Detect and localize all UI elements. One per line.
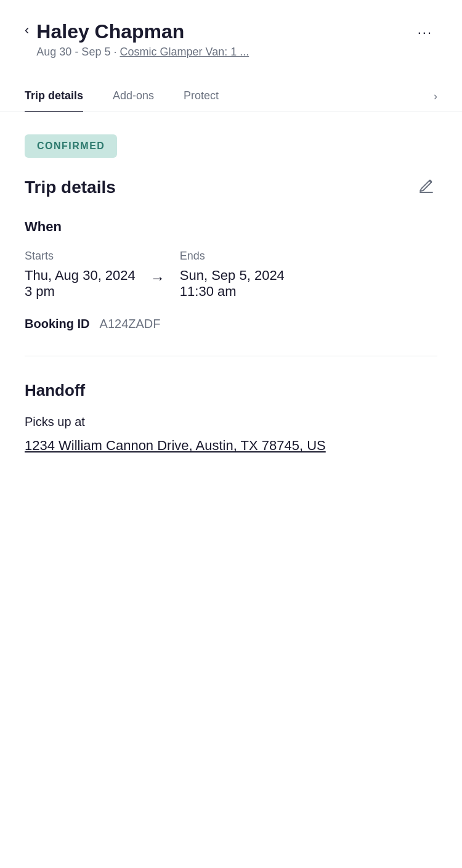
header-subtitle: Aug 30 - Sep 5 · Cosmic Glamper Van: 1 .… xyxy=(36,46,249,59)
starts-time: 3 pm xyxy=(25,284,136,300)
ends-label: Ends xyxy=(180,250,285,263)
back-button[interactable]: ‹ xyxy=(25,23,29,37)
status-badge: CONFIRMED xyxy=(25,134,117,158)
section-title: Trip details xyxy=(25,178,116,197)
page-header: ‹ Haley Chapman Aug 30 - Sep 5 · Cosmic … xyxy=(0,0,462,71)
starts-label: Starts xyxy=(25,250,136,263)
tabs-container: Trip details Add-ons Protect › xyxy=(0,81,462,112)
tab-trip-details[interactable]: Trip details xyxy=(25,81,83,112)
dates-row: Starts Thu, Aug 30, 2024 3 pm → Ends Sun… xyxy=(25,250,437,300)
main-content: CONFIRMED Trip details When Starts Thu, … xyxy=(0,112,462,478)
separator: · xyxy=(113,46,120,58)
edit-icon xyxy=(418,178,435,195)
vehicle-link[interactable]: Cosmic Glamper Van: 1 ... xyxy=(120,46,249,58)
pickup-address-link[interactable]: 1234 William Cannon Drive, Austin, TX 78… xyxy=(25,435,437,456)
starts-date: Thu, Aug 30, 2024 xyxy=(25,268,136,284)
handoff-title: Handoff xyxy=(25,381,437,400)
end-date-block: Ends Sun, Sep 5, 2024 11:30 am xyxy=(180,250,285,300)
ends-date: Sun, Sep 5, 2024 xyxy=(180,268,285,284)
ends-time: 11:30 am xyxy=(180,284,285,300)
booking-id-value: A124ZADF xyxy=(100,317,161,331)
header-title-block: Haley Chapman Aug 30 - Sep 5 · Cosmic Gl… xyxy=(36,20,249,59)
tab-scroll-right-icon[interactable]: › xyxy=(434,85,437,108)
picks-up-label: Picks up at xyxy=(25,415,437,429)
section-divider xyxy=(25,356,437,356)
handoff-section: Handoff Picks up at 1234 William Cannon … xyxy=(25,381,437,456)
guest-name: Haley Chapman xyxy=(36,20,249,43)
start-date-block: Starts Thu, Aug 30, 2024 3 pm xyxy=(25,250,136,300)
booking-id-label: Booking ID xyxy=(25,317,90,331)
date-arrow-icon: → xyxy=(150,269,165,287)
when-heading: When xyxy=(25,219,437,235)
header-left: ‹ Haley Chapman Aug 30 - Sep 5 · Cosmic … xyxy=(25,20,249,59)
date-range: Aug 30 - Sep 5 xyxy=(36,46,110,58)
tab-protect[interactable]: Protect xyxy=(184,81,219,112)
more-options-button[interactable]: ··· xyxy=(413,22,437,43)
tabs-list: Trip details Add-ons Protect xyxy=(25,81,434,112)
tab-addons[interactable]: Add-ons xyxy=(113,81,154,112)
booking-id-row: Booking ID A124ZADF xyxy=(25,317,437,331)
trip-details-header: Trip details xyxy=(25,175,437,199)
edit-button[interactable] xyxy=(415,175,437,199)
